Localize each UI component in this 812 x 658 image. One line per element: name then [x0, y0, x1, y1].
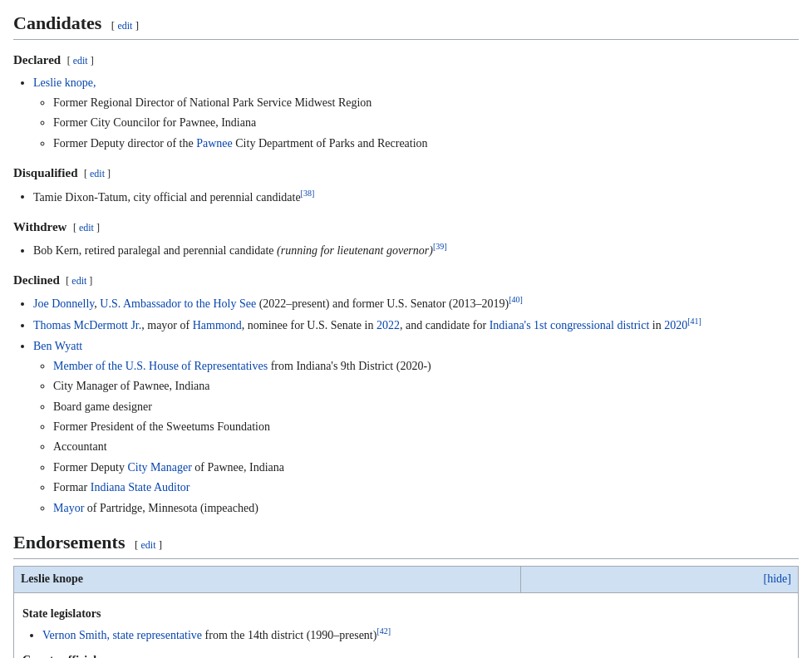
list-item: Board game designer: [53, 398, 799, 416]
declared-edit-bracket: [ edit ]: [67, 55, 94, 66]
2020-link[interactable]: 2020: [664, 319, 687, 331]
county-officials-section: County officials Diana Hess, St. Joseph …: [22, 651, 790, 658]
hammond-link[interactable]: Hammond: [193, 319, 242, 331]
endorsements-header: Endorsements [ edit ]: [13, 528, 799, 559]
vernon-smith-link[interactable]: Vernon Smith, state representative: [42, 629, 202, 641]
declared-title: Declared: [13, 53, 61, 66]
thomas-mcdermott-link[interactable]: Thomas McDermott Jr.: [33, 319, 141, 331]
ref-42-link[interactable]: [42]: [376, 626, 391, 636]
list-item: City Manager of Pawnee, Indiana: [53, 377, 799, 395]
disqualified-title: Disqualified: [13, 166, 78, 179]
withdrew-edit-link[interactable]: edit: [79, 222, 94, 233]
declined-edit-link[interactable]: edit: [71, 275, 86, 287]
withdrew-italic: (running for lieutenant governor): [277, 244, 433, 257]
withdrew-section: Withdrew [ edit ] Bob Kern, retired para…: [13, 217, 799, 260]
declared-section: Declared [ edit ] Leslie knope, Former R…: [13, 50, 799, 153]
declined-edit-bracket: [ edit ]: [66, 275, 92, 287]
list-item: Former Deputy City Manager of Pawnee, In…: [53, 459, 799, 477]
endorsements-edit-bracket: [ edit ]: [135, 538, 162, 551]
ben-wyatt-link[interactable]: Ben Wyatt: [33, 340, 82, 352]
endorsements-section: Endorsements [ edit ] Leslie knope [hide…: [13, 528, 799, 658]
candidates-edit-bracket: [ edit ]: [111, 19, 139, 32]
mayor-link[interactable]: Mayor: [53, 502, 84, 514]
candidates-title-text: Candidates: [13, 12, 101, 33]
hide-link[interactable]: [hide]: [764, 572, 791, 585]
list-item: Former Regional Director of National Par…: [53, 94, 799, 112]
list-item: Bob Kern, retired paralegal and perennia…: [33, 240, 799, 260]
list-item: Thomas McDermott Jr., mayor of Hammond, …: [33, 315, 799, 335]
list-item: Joe Donnelly, U.S. Ambassador to the Hol…: [33, 293, 799, 313]
2022-link[interactable]: 2022: [376, 319, 400, 331]
us-ambassador-link[interactable]: U.S. Ambassador to the Holy See: [100, 297, 256, 310]
ref-38-link[interactable]: [38]: [301, 189, 315, 198]
ref-42: [42]: [376, 626, 391, 636]
endorsements-title: Endorsements [ edit ]: [13, 528, 799, 559]
indiana-1st-link[interactable]: Indiana's 1st congressional district: [490, 319, 650, 331]
declined-header: Declined [ edit ]: [13, 270, 799, 290]
disqualified-section: Disqualified [ edit ] Tamie Dixon-Tatum,…: [13, 163, 799, 206]
table-content-cell: State legislators Vernon Smith, state re…: [14, 592, 799, 658]
ref-41: [41]: [687, 317, 701, 326]
disqualified-list: Tamie Dixon-Tatum, city official and per…: [33, 187, 799, 207]
withdrew-title: Withdrew: [13, 220, 66, 233]
list-item: Formar Indiana State Auditor: [53, 479, 799, 497]
list-item: Vernon Smith, state representative from …: [42, 625, 790, 645]
declared-header: Declared [ edit ]: [13, 50, 799, 70]
county-officials-title: County officials: [22, 654, 101, 658]
house-rep-link[interactable]: Member of the U.S. House of Representati…: [53, 360, 268, 372]
list-item: Tamie Dixon-Tatum, city official and per…: [33, 187, 799, 207]
table-leslie-knope-header: Leslie knope: [14, 567, 521, 592]
withdrew-list: Bob Kern, retired paralegal and perennia…: [33, 240, 799, 260]
table-content-row: State legislators Vernon Smith, state re…: [14, 592, 799, 658]
table-header-row: Leslie knope [hide]: [14, 567, 799, 592]
list-item: Former City Councilor for Pawnee, Indian…: [53, 114, 799, 132]
disqualified-edit-bracket: [ edit ]: [84, 168, 111, 179]
list-item: Leslie knope, Former Regional Director o…: [33, 74, 799, 154]
list-item: Member of the U.S. House of Representati…: [53, 357, 799, 376]
declined-list: Joe Donnelly, U.S. Ambassador to the Hol…: [33, 293, 799, 518]
leslie-knope-link[interactable]: Leslie knope,: [33, 76, 96, 89]
withdrew-edit-bracket: [ edit ]: [73, 222, 100, 233]
state-legislators-title: State legislators: [22, 607, 101, 620]
state-legislators-section: State legislators Vernon Smith, state re…: [22, 605, 790, 645]
disqualified-header: Disqualified [ edit ]: [13, 163, 799, 183]
withdrew-header: Withdrew [ edit ]: [13, 217, 799, 237]
list-item: Mayor of Partridge, Minnesota (impeached…: [53, 499, 799, 518]
city-manager-link[interactable]: City Manager: [127, 461, 191, 474]
declined-title: Declined: [13, 273, 60, 287]
table-hide-cell: [hide]: [520, 567, 798, 592]
disqualified-edit-link[interactable]: edit: [90, 168, 105, 179]
ref-38: [38]: [301, 189, 315, 198]
ben-wyatt-details: Member of the U.S. House of Representati…: [53, 357, 799, 518]
declined-section: Declined [ edit ] Joe Donnelly, U.S. Amb…: [13, 270, 799, 518]
candidates-edit-link[interactable]: edit: [117, 20, 132, 32]
joe-donnelly-link[interactable]: Joe Donnelly: [33, 297, 94, 310]
state-legislators-list: Vernon Smith, state representative from …: [42, 625, 790, 645]
declared-edit-link[interactable]: edit: [73, 55, 88, 66]
ref-41-link[interactable]: [41]: [687, 317, 701, 326]
declared-list: Leslie knope, Former Regional Director o…: [33, 74, 799, 154]
ref-40-link[interactable]: [40]: [509, 295, 523, 304]
list-item: Former Deputy director of the Pawnee Cit…: [53, 135, 799, 153]
ref-40: [40]: [509, 295, 523, 304]
list-item: Former President of the Sweetums Foundat…: [53, 418, 799, 436]
list-item: Accountant: [53, 438, 799, 456]
indiana-state-auditor-link[interactable]: Indiana State Auditor: [91, 481, 190, 494]
endorsements-table: Leslie knope [hide] State legislators Ve…: [13, 566, 799, 658]
ref-39: [39]: [433, 242, 447, 251]
endorsements-edit-link[interactable]: edit: [141, 539, 156, 551]
endorsements-title-text: Endorsements: [13, 532, 125, 552]
candidates-heading: Candidates [ edit ]: [13, 8, 799, 40]
table-header-text: Leslie knope: [21, 572, 83, 585]
pawnee-link[interactable]: Pawnee: [196, 137, 233, 150]
leslie-knope-details: Former Regional Director of National Par…: [53, 94, 799, 153]
ref-39-link[interactable]: [39]: [433, 242, 447, 251]
list-item: Ben Wyatt Member of the U.S. House of Re…: [33, 337, 799, 518]
